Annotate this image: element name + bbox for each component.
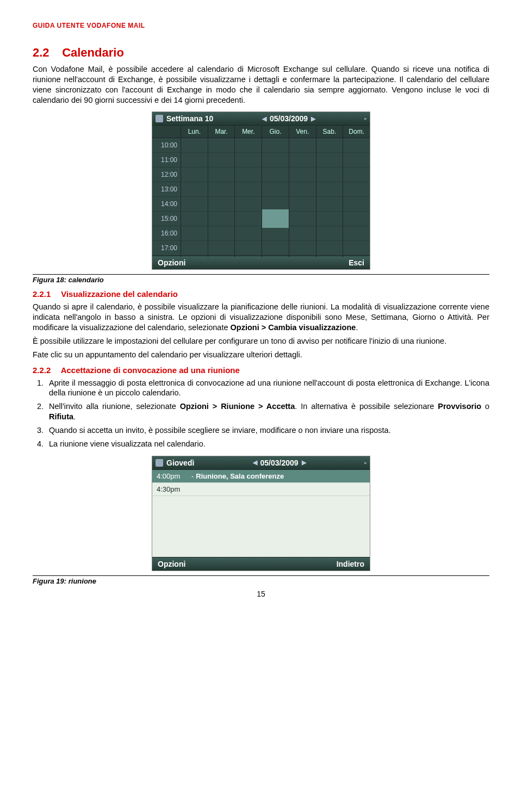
event-time: 4:30pm bbox=[157, 485, 191, 493]
subsection-title: Accettazione di convocazione ad una riun… bbox=[61, 365, 240, 375]
list-item: La riunione viene visualizzata nel calen… bbox=[46, 439, 489, 449]
figure-19-caption: Figura 19: riunione bbox=[33, 575, 489, 585]
list-item: Nell'invito alla riunione, selezionate O… bbox=[46, 401, 489, 422]
phone-week-grid: Lun. Mar. Mer. Gio. Ven. Sab. Dom. 10:00… bbox=[152, 126, 370, 256]
phone-title: Giovedì bbox=[166, 458, 194, 467]
next-arrow-icon[interactable]: ▶ bbox=[302, 459, 306, 466]
bold-run: Opzioni > Cambia visualizzazione bbox=[231, 323, 356, 332]
phone-title: Settimana 10 bbox=[166, 114, 213, 123]
section-2-2-p1: Con Vodafone Mail, è possibile accedere … bbox=[33, 64, 489, 105]
phone-screenshot-week: Settimana 10 ◀ 05/03/2009 ▶ ▫ Lun. Mar. … bbox=[152, 111, 370, 270]
text-run: . In alternativa è possibile selezionare bbox=[295, 402, 438, 411]
event-time: 4:00pm bbox=[157, 472, 191, 480]
signal-icon: ▫ bbox=[364, 459, 366, 467]
calendar-icon bbox=[156, 459, 163, 467]
softkey-left[interactable]: Opzioni bbox=[158, 258, 185, 267]
phone-title-bar: Settimana 10 ◀ 05/03/2009 ▶ ▫ bbox=[152, 112, 370, 126]
dash: - bbox=[191, 472, 194, 480]
section-num: 2.2 bbox=[33, 46, 59, 60]
prev-arrow-icon[interactable]: ◀ bbox=[262, 115, 266, 122]
phone-date: 05/03/2009 bbox=[270, 114, 308, 123]
hour-label: 12:00 bbox=[152, 169, 181, 181]
hour-label: 15:00 bbox=[152, 213, 181, 225]
text-run: o bbox=[481, 402, 489, 411]
event-title: Riunione, Sala conferenze bbox=[196, 472, 284, 480]
next-arrow-icon[interactable]: ▶ bbox=[311, 115, 315, 122]
doc-header: GUIDA UTENTE VODAFONE MAIL bbox=[33, 22, 489, 29]
bold-run: Provvisorio bbox=[438, 402, 481, 411]
section-2-2: 2.2 Calendario bbox=[33, 46, 489, 60]
prev-arrow-icon[interactable]: ◀ bbox=[253, 459, 257, 466]
event-row[interactable]: 4:30pm bbox=[152, 483, 370, 496]
section-2-2-1-p2: È possibile utilizzare le impostazioni d… bbox=[33, 336, 489, 346]
phone-title-bar: Giovedì ◀ 05/03/2009 ▶ ▫ bbox=[152, 456, 370, 470]
page-number: 15 bbox=[33, 590, 489, 598]
bold-run: Rifiuta bbox=[49, 412, 73, 421]
phone-screenshot-day: Giovedì ◀ 05/03/2009 ▶ ▫ 4:00pm - Riunio… bbox=[152, 456, 370, 571]
section-2-2-2: 2.2.2 Accettazione di convocazione ad un… bbox=[33, 365, 489, 375]
softkey-left[interactable]: Opzioni bbox=[158, 560, 185, 568]
text-run: . bbox=[356, 323, 358, 332]
softkey-right[interactable]: Esci bbox=[349, 258, 364, 267]
section-title: Calendario bbox=[62, 46, 124, 59]
softkey-right[interactable]: Indietro bbox=[337, 560, 364, 568]
text-run: . bbox=[73, 412, 76, 421]
hour-label: 10:00 bbox=[152, 139, 181, 151]
phone-date: 05/03/2009 bbox=[260, 458, 299, 467]
subsection-num: 2.2.1 bbox=[33, 289, 59, 299]
section-2-2-1-p1: Quando si apre il calendario, è possibil… bbox=[33, 302, 489, 333]
section-2-2-1: 2.2.1 Visualizzazione del calendario bbox=[33, 289, 489, 299]
hour-label: 11:00 bbox=[152, 154, 181, 166]
list-item: Quando si accetta un invito, è possibile… bbox=[46, 425, 489, 436]
hour-label: 16:00 bbox=[152, 227, 181, 239]
steps-list: Aprite il messaggio di posta elettronica… bbox=[33, 378, 489, 449]
hour-row: 17:00 bbox=[152, 241, 370, 256]
bold-run: Opzioni > Riunione > Accetta bbox=[180, 402, 295, 411]
phone-softkeys: Opzioni Indietro bbox=[152, 557, 370, 571]
subsection-title: Visualizzazione del calendario bbox=[61, 289, 178, 299]
calendar-icon bbox=[156, 115, 163, 122]
phone-day-list: 4:00pm - Riunione, Sala conferenze 4:30p… bbox=[152, 470, 370, 557]
hour-label: 17:00 bbox=[152, 242, 181, 254]
signal-icon: ▫ bbox=[364, 115, 366, 122]
list-item: Aprite il messaggio di posta elettronica… bbox=[46, 378, 489, 399]
event-row-selected[interactable]: 4:00pm - Riunione, Sala conferenze bbox=[152, 470, 370, 483]
subsection-num: 2.2.2 bbox=[33, 365, 59, 375]
text-run: Nell'invito alla riunione, selezionate bbox=[49, 402, 180, 411]
phone-softkeys: Opzioni Esci bbox=[152, 256, 370, 269]
figure-18-caption: Figura 18: calendario bbox=[33, 274, 489, 284]
section-2-2-1-p3: Fate clic su un appuntamento del calenda… bbox=[33, 350, 489, 360]
hour-label: 14:00 bbox=[152, 198, 181, 210]
hour-label: 13:00 bbox=[152, 183, 181, 195]
